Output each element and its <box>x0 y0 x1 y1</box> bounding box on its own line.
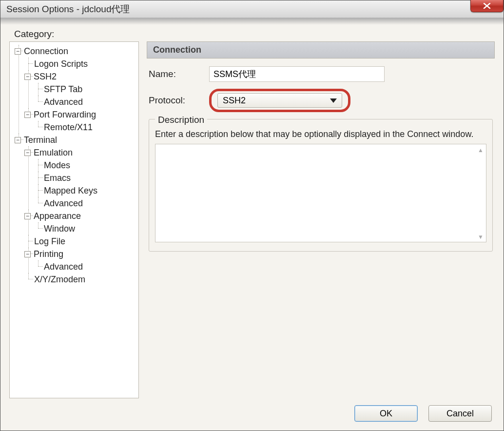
row-protocol: Protocol: SSH2 <box>149 89 493 112</box>
tree-node-appearance[interactable]: − Appearance <box>34 210 136 222</box>
scroll-down-icon[interactable]: ▼ <box>476 233 485 241</box>
tree-node-mapped-keys[interactable]: Mapped Keys <box>44 184 136 197</box>
category-label: Category: <box>14 29 495 39</box>
minus-icon[interactable]: − <box>24 150 31 156</box>
chevron-down-icon <box>330 98 337 103</box>
tree-node-window[interactable]: Window <box>44 222 136 235</box>
description-legend: Description <box>155 115 207 125</box>
cancel-button[interactable]: Cancel <box>428 405 492 422</box>
content-row: − Connection Logon Scripts − SSH2 <box>9 41 495 398</box>
minus-icon[interactable]: − <box>24 251 31 257</box>
protocol-selected-value: SSH2 <box>223 96 246 106</box>
tree-node-emu-advanced[interactable]: Advanced <box>44 197 136 210</box>
client-area: Category: − Connection Logon Scripts <box>0 25 504 431</box>
ok-button[interactable]: OK <box>354 405 418 422</box>
dialog-window: Session Options - jdcloud代理 Category: − … <box>0 0 504 431</box>
category-tree: − Connection Logon Scripts − SSH2 <box>9 41 139 398</box>
tree-node-emulation[interactable]: − Emulation <box>34 146 136 159</box>
name-label: Name: <box>149 69 209 79</box>
protocol-select[interactable]: SSH2 <box>217 93 342 108</box>
form-area: Name: Protocol: SSH2 Descrip <box>147 59 495 252</box>
tree-node-ssh2[interactable]: − SSH2 <box>34 70 136 83</box>
minus-icon[interactable]: − <box>15 48 21 55</box>
tree-node-xyzmodem[interactable]: X/Y/Zmodem <box>34 273 136 286</box>
panel-header: Connection <box>147 41 495 59</box>
tree-node-logon-scripts[interactable]: Logon Scripts <box>34 58 136 70</box>
settings-panel: Connection Name: Protocol: SSH2 <box>147 41 495 398</box>
dialog-buttons: OK Cancel <box>9 398 495 423</box>
title-bar: Session Options - jdcloud代理 <box>0 0 504 18</box>
minus-icon[interactable]: − <box>15 137 21 143</box>
tree-node-ssh2-advanced[interactable]: Advanced <box>44 96 136 108</box>
tree-node-remote-x11[interactable]: Remote/X11 <box>44 121 136 134</box>
scroll-up-icon[interactable]: ▲ <box>476 146 485 155</box>
minus-icon[interactable]: − <box>24 74 31 80</box>
row-name: Name: <box>149 66 493 82</box>
close-button[interactable] <box>470 0 504 12</box>
tree-node-print-advanced[interactable]: Advanced <box>44 260 136 273</box>
description-hint: Enter a description below that may be op… <box>155 128 486 140</box>
tree-node-printing[interactable]: − Printing <box>34 248 136 260</box>
tree-node-sftp-tab[interactable]: SFTP Tab <box>44 83 136 96</box>
tree-node-modes[interactable]: Modes <box>44 159 136 172</box>
protocol-label: Protocol: <box>149 95 209 106</box>
protocol-highlight: SSH2 <box>209 89 350 112</box>
tree-node-terminal[interactable]: − Terminal <box>24 134 136 146</box>
tree-node-port-forwarding[interactable]: − Port Forwarding <box>34 108 136 121</box>
window-title: Session Options - jdcloud代理 <box>6 3 130 16</box>
minus-icon[interactable]: − <box>24 213 31 219</box>
titlebar-shadow <box>0 18 504 25</box>
minus-icon[interactable]: − <box>24 112 31 118</box>
name-input[interactable] <box>209 66 385 82</box>
tree-node-emacs[interactable]: Emacs <box>44 172 136 184</box>
tree-node-log-file[interactable]: Log File <box>34 235 136 248</box>
tree-node-connection[interactable]: − Connection <box>24 45 136 58</box>
close-icon <box>483 3 491 9</box>
description-textarea[interactable] <box>155 144 486 242</box>
description-fieldset: Description Enter a description below th… <box>149 119 493 252</box>
